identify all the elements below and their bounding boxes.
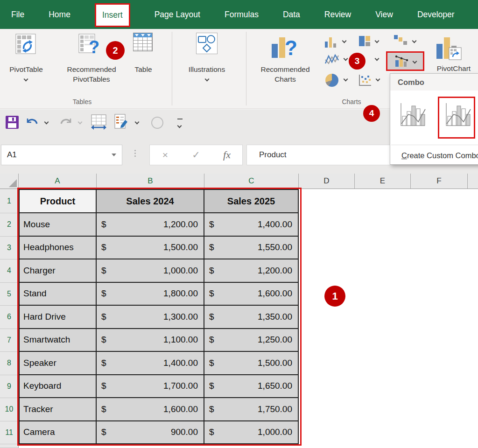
redo-icon[interactable] [59,117,73,130]
sales-2024-cell[interactable]: $ 1,500.00 [97,237,204,260]
formula-bar-resize-handle[interactable] [134,150,136,157]
pivottable-label[interactable]: PivotTable [0,64,52,74]
circle-tool-icon[interactable] [151,117,163,129]
sales-2025-cell[interactable]: $ 1,350.00 [204,306,299,329]
enter-icon[interactable]: ✓ [181,149,211,161]
name-box-dropdown-icon[interactable] [112,154,116,156]
product-cell[interactable]: Camera [19,421,97,445]
waterfall-chart-dropdown-icon[interactable] [412,39,417,43]
tab-formulas[interactable]: Formulas [225,10,259,20]
cell-a1-product[interactable]: Product [19,189,97,213]
cell-c1-sales-2025[interactable]: Sales 2025 [204,189,299,213]
sales-2025-cell[interactable]: $ 1,750.00 [204,398,299,421]
illustrations-dropdown-icon[interactable] [205,77,210,82]
sales-2025-cell[interactable]: $ 1,500.00 [204,352,299,375]
product-cell[interactable]: Speaker [19,352,97,375]
hierarchy-chart-icon[interactable] [358,35,371,47]
cell-b1-sales-2024[interactable]: Sales 2024 [97,189,204,213]
row-header[interactable]: 8 [0,352,19,375]
column-header-d[interactable]: D [299,174,355,189]
line-chart-icon[interactable] [324,53,339,67]
tab-home[interactable]: Home [49,10,70,20]
row-header-1[interactable]: 1 [0,189,19,213]
sales-2025-cell[interactable]: $ 1,600.00 [204,283,299,306]
scatter-chart-dropdown-icon[interactable] [376,77,380,82]
table-icon[interactable] [133,33,153,51]
sales-2024-cell[interactable]: $ 1,300.00 [97,306,204,329]
row-header-partial[interactable] [0,444,19,448]
illustrations-icon[interactable] [196,33,218,54]
save-icon[interactable] [6,116,19,129]
sales-2025-cell[interactable]: $ 1,400.00 [204,213,299,237]
customize-qat-icon[interactable] [177,119,183,129]
combo-chart-button[interactable] [386,51,424,71]
row-header[interactable]: 9 [0,375,19,399]
column-header-e[interactable]: E [355,174,411,189]
sales-2024-cell[interactable]: $ 900.00 [97,421,204,445]
row-header[interactable]: 11 [0,421,19,445]
pie-chart-icon[interactable] [325,74,338,87]
product-cell[interactable]: Tracker [19,398,97,421]
column-header-a[interactable]: A [19,174,97,189]
sales-2025-cell[interactable]: $ 1,200.00 [204,259,299,283]
pivottable-icon[interactable] [15,34,36,56]
sales-2025-cell[interactable]: $ 1,000.00 [204,421,299,445]
product-cell[interactable]: Keyboard [19,375,97,399]
product-cell[interactable]: Stand [19,283,97,306]
row-header[interactable]: 6 [0,306,19,329]
select-all-button[interactable] [0,174,19,189]
recommended-pivottables-icon[interactable]: ? [78,33,102,57]
bar-chart-dropdown-icon[interactable] [375,56,380,61]
pivottable-dropdown-icon[interactable] [24,77,28,82]
combo-chart-dropdown-icon[interactable] [412,59,417,63]
insert-function-icon[interactable]: fx [211,149,242,161]
form-edit-icon[interactable] [114,114,128,132]
cancel-icon[interactable]: × [150,149,181,161]
hierarchy-chart-dropdown-icon[interactable] [375,39,380,43]
tab-file[interactable]: File [11,10,24,20]
autofit-column-width-icon[interactable] [91,114,107,132]
pivotchart-label[interactable]: PivotChart [430,63,477,73]
sales-2024-cell[interactable]: $ 1,000.00 [97,259,204,283]
column-chart-dropdown-icon[interactable] [342,39,347,43]
combo-clustered-column-line-secondary-axis-option[interactable] [442,100,472,130]
sales-2025-cell[interactable]: $ 1,650.00 [204,375,299,399]
waterfall-chart-icon[interactable] [394,35,408,48]
sales-2025-cell[interactable]: $ 1,250.00 [204,329,299,352]
tab-page-layout[interactable]: Page Layout [155,10,200,20]
recommended-charts-icon[interactable]: ? [271,35,299,61]
recommended-pivottables-label[interactable]: Recommended PivotTables [50,64,133,84]
row-header[interactable]: 2 [0,213,19,237]
column-header-g-partial[interactable] [468,174,478,189]
product-cell[interactable]: Hard Drive [19,306,97,329]
illustrations-label[interactable]: Illustrations [180,64,234,74]
product-cell[interactable]: Headphones [19,237,97,260]
name-box[interactable]: A1 [1,145,122,165]
sales-2024-cell[interactable]: $ 1,700.00 [97,375,204,399]
tab-data[interactable]: Data [283,10,300,20]
column-header-b[interactable]: B [97,174,204,189]
scatter-chart-icon[interactable] [359,75,371,86]
sales-2024-cell[interactable]: $ 1,400.00 [97,352,204,375]
tab-view[interactable]: View [375,10,393,20]
column-chart-icon[interactable] [325,36,337,48]
tab-review[interactable]: Review [324,10,351,20]
product-cell[interactable]: Smartwatch [19,329,97,352]
pie-chart-dropdown-icon[interactable] [344,77,348,82]
row-header[interactable]: 10 [0,398,19,421]
tab-developer[interactable]: Developer [417,10,455,20]
product-cell[interactable]: Charger [19,259,97,283]
row-header[interactable]: 3 [0,237,19,260]
pivotchart-icon[interactable] [435,34,462,63]
combo-clustered-column-line-option[interactable] [397,100,427,130]
sales-2024-cell[interactable]: $ 1,200.00 [97,213,204,237]
line-chart-dropdown-icon[interactable] [344,56,348,61]
recommended-charts-label[interactable]: Recommended Charts [251,64,320,84]
row-header[interactable]: 5 [0,283,19,306]
create-custom-combo-chart-item[interactable]: Create Custom Combo Chart... [390,147,478,164]
sales-2025-cell[interactable]: $ 1,550.00 [204,237,299,260]
product-cell[interactable]: Mouse [19,213,97,237]
sales-2024-cell[interactable]: $ 1,100.00 [97,329,204,352]
tab-insert[interactable]: Insert [95,3,130,27]
sales-2024-cell[interactable]: $ 1,600.00 [97,398,204,421]
